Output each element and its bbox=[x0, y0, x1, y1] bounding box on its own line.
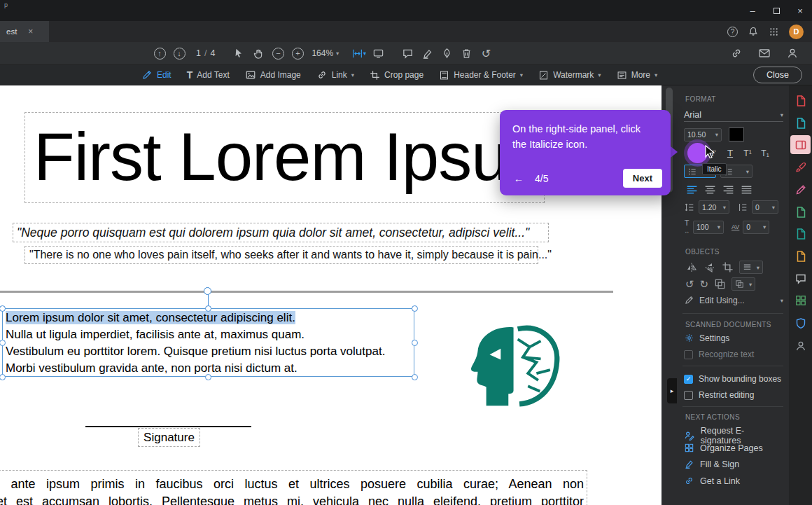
tools-more-tool[interactable] bbox=[790, 336, 811, 355]
body-text-line[interactable]: Nulla ut ligula imperdiet, facilisis ant… bbox=[6, 326, 414, 343]
email-button[interactable] bbox=[755, 44, 774, 62]
annotate-tool[interactable] bbox=[790, 180, 811, 199]
protect-tool[interactable] bbox=[790, 314, 811, 333]
footer-paragraph-block[interactable]: ibulum ante ipsum primis in faucibus orc… bbox=[0, 470, 587, 505]
add-image-button[interactable]: Add Image bbox=[245, 69, 301, 81]
maximize-button[interactable] bbox=[764, 0, 788, 21]
tab-close-icon[interactable]: × bbox=[28, 27, 33, 36]
convert-tool[interactable] bbox=[790, 113, 811, 132]
char-scale-dropdown[interactable]: 100 ▾ bbox=[693, 221, 724, 234]
font-color-swatch[interactable] bbox=[729, 127, 744, 141]
compress-tool[interactable] bbox=[790, 224, 811, 243]
group-objects-icon[interactable] bbox=[714, 278, 726, 290]
resize-handle-bottom-right[interactable] bbox=[412, 374, 418, 380]
resize-handle-bottom-left[interactable] bbox=[0, 374, 6, 380]
user-avatar[interactable]: D bbox=[789, 25, 804, 39]
resize-handle-top-left[interactable] bbox=[0, 305, 6, 312]
subscript-button[interactable]: T₁ bbox=[757, 146, 774, 160]
get-a-link-button[interactable]: Get a Link bbox=[684, 476, 783, 486]
zoom-out-button[interactable]: − bbox=[268, 44, 288, 62]
collapse-panel-button[interactable]: ▸ bbox=[667, 378, 677, 403]
resize-handle-mid-left[interactable] bbox=[0, 340, 6, 346]
zoom-in-button[interactable]: + bbox=[288, 44, 307, 62]
help-icon[interactable]: ? bbox=[727, 27, 738, 37]
arrange-objects-dropdown[interactable]: ▾ bbox=[732, 277, 755, 291]
selected-text-block[interactable]: Lorem ipsum dolor sit amet, consectetur … bbox=[2, 308, 414, 377]
notifications-bell-icon[interactable] bbox=[748, 26, 759, 37]
appearance-tool[interactable] bbox=[790, 158, 811, 177]
paragraph-spacing-dropdown[interactable]: 0 ▾ bbox=[752, 200, 778, 214]
minimize-button[interactable]: – bbox=[741, 0, 764, 21]
undo-button[interactable]: ↺ bbox=[476, 44, 496, 62]
selected-text-line[interactable]: Lorem ipsum dolor sit amet, consectetur … bbox=[6, 311, 295, 324]
signature-text-block[interactable]: Signature bbox=[138, 428, 200, 447]
tooltip-back-button[interactable]: ← bbox=[514, 173, 524, 184]
organize-pages-button[interactable]: Organize Pages bbox=[684, 443, 783, 453]
zoom-level-dropdown[interactable]: 164% ▾ bbox=[307, 48, 343, 58]
rotate-right-icon[interactable]: ↻ bbox=[700, 278, 709, 291]
show-bounding-boxes-checkbox[interactable]: ✓ Show bounding boxes bbox=[684, 374, 783, 384]
watermark-button[interactable]: Watermark ▾ bbox=[538, 70, 601, 81]
document-tab[interactable]: est × bbox=[0, 21, 49, 42]
char-spacing-dropdown[interactable]: 0 ▾ bbox=[743, 221, 769, 234]
align-justify-icon[interactable] bbox=[740, 184, 753, 197]
quote-plain-block[interactable]: "There is no one who loves pain itself, … bbox=[24, 246, 538, 264]
rotation-handle[interactable] bbox=[204, 287, 211, 295]
add-text-button[interactable]: T Add Text bbox=[187, 69, 230, 81]
format-panel-tool[interactable] bbox=[790, 135, 811, 154]
comment-button[interactable] bbox=[398, 44, 417, 62]
edit-using-row[interactable]: Edit Using... ▾ bbox=[684, 295, 783, 305]
align-right-icon[interactable] bbox=[722, 184, 735, 197]
font-family-dropdown[interactable]: Arial ▾ bbox=[684, 108, 783, 122]
body-text-line[interactable]: Vestibulum eu porttitor lorem. Quisque p… bbox=[6, 343, 414, 360]
brain-logo-image[interactable] bbox=[464, 322, 566, 416]
font-size-dropdown[interactable]: 10.50 ▾ bbox=[684, 128, 722, 141]
close-edit-mode-button[interactable]: Close bbox=[753, 67, 802, 83]
comments-tool[interactable] bbox=[790, 269, 811, 288]
line-spacing-dropdown[interactable]: 1.20 ▾ bbox=[699, 200, 729, 214]
combine-tool[interactable] bbox=[790, 202, 811, 221]
resize-handle-top-center[interactable] bbox=[205, 305, 211, 312]
organize-tool[interactable] bbox=[790, 291, 811, 310]
current-page-value[interactable]: 1 bbox=[196, 48, 201, 58]
export-pdf-tool[interactable] bbox=[790, 91, 811, 110]
fit-width-view-button[interactable]: ▾ bbox=[349, 44, 368, 62]
reading-mode-button[interactable] bbox=[368, 44, 388, 62]
highlight-button[interactable] bbox=[417, 44, 437, 62]
superscript-button[interactable]: T¹ bbox=[739, 146, 756, 160]
edit-mode-button[interactable]: Edit bbox=[141, 69, 172, 81]
fill-and-sign-button[interactable]: Fill & Sign bbox=[684, 459, 783, 469]
delete-button[interactable] bbox=[456, 44, 476, 62]
align-left-icon[interactable] bbox=[685, 184, 699, 197]
horizontal-rule[interactable] bbox=[0, 291, 613, 293]
resize-handle-top-right[interactable] bbox=[412, 305, 418, 312]
more-button[interactable]: More ▾ bbox=[617, 70, 658, 81]
tooltip-next-button[interactable]: Next bbox=[623, 169, 662, 188]
link-button[interactable]: Link ▾ bbox=[316, 69, 354, 81]
resize-handle-bottom-center[interactable] bbox=[205, 374, 211, 380]
align-center-icon[interactable] bbox=[704, 184, 717, 197]
crop-object-icon[interactable] bbox=[722, 261, 734, 273]
page-down-button[interactable]: ↓ bbox=[169, 44, 189, 62]
title-text-block[interactable]: First Lorem Ipsum bbox=[24, 112, 545, 203]
flip-vertical-icon[interactable] bbox=[704, 261, 716, 274]
page-up-button[interactable]: ↑ bbox=[150, 44, 169, 62]
signature-pen-button[interactable] bbox=[437, 44, 456, 62]
close-window-button[interactable]: × bbox=[788, 0, 812, 21]
ocr-tool[interactable] bbox=[790, 247, 811, 265]
rotate-left-icon[interactable]: ↺ bbox=[685, 278, 694, 291]
recognize-text-checkbox[interactable]: Recognize text bbox=[684, 350, 783, 359]
select-tool-button[interactable] bbox=[229, 44, 248, 62]
restrict-editing-checkbox[interactable]: Restrict editing bbox=[684, 390, 783, 400]
header-footer-button[interactable]: Header & Footer ▾ bbox=[439, 70, 523, 81]
align-objects-dropdown[interactable]: ▾ bbox=[739, 261, 763, 274]
flip-horizontal-icon[interactable] bbox=[685, 261, 698, 274]
scan-settings-button[interactable]: Settings bbox=[684, 333, 783, 343]
resize-handle-mid-right[interactable] bbox=[412, 340, 418, 346]
share-link-button[interactable] bbox=[727, 44, 746, 62]
apps-grid-icon[interactable] bbox=[769, 27, 779, 37]
quote-italic-block[interactable]: "Neque porro quisquam est qui dolorem ip… bbox=[13, 223, 549, 242]
hand-tool-button[interactable] bbox=[248, 44, 268, 62]
underline-button[interactable]: T bbox=[722, 146, 738, 160]
account-button[interactable] bbox=[783, 44, 802, 62]
